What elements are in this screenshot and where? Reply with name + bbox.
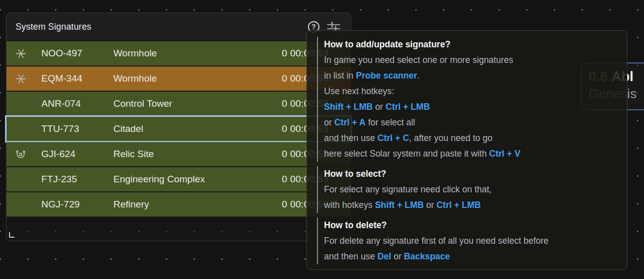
tooltip-section-title: How to delete? bbox=[324, 218, 617, 233]
hotkey-highlight: Shift + LMB bbox=[324, 102, 373, 112]
tooltip-line: with hotkeys Shift + LMB or Ctrl + LMB bbox=[324, 197, 617, 213]
tooltip-text: here select Solar system and paste it wi… bbox=[324, 149, 489, 159]
help-tooltip: How to add/update signature?In game you … bbox=[306, 30, 627, 270]
signature-id: GJI-624 bbox=[35, 149, 113, 160]
signature-id: EQM-344 bbox=[35, 73, 113, 84]
signature-type: Citadel bbox=[113, 123, 282, 134]
tooltip-text: , after you need to go bbox=[409, 133, 492, 143]
hotkey-highlight: Probe scanner bbox=[356, 71, 417, 81]
tooltip-text: or bbox=[324, 117, 334, 127]
tooltip-text: or bbox=[424, 200, 436, 210]
hotkey-highlight: Backspace bbox=[404, 251, 450, 261]
tooltip-text: for select all bbox=[366, 117, 415, 127]
signature-type: Engineering Complex bbox=[113, 174, 282, 185]
system-signatures-panel: System Signatures ? NOO-497Wormhole0 00:… bbox=[6, 13, 351, 241]
signature-row[interactable]: NGJ-729Refinery0 00:00:53 bbox=[7, 192, 351, 217]
signature-table: NOO-497Wormhole0 00:00:53 EQM-344Wormhol… bbox=[7, 41, 351, 217]
tooltip-text: For select any signature need click on t… bbox=[324, 184, 492, 194]
wormhole-icon bbox=[7, 73, 35, 85]
signature-type: Relic Site bbox=[113, 149, 282, 160]
hotkey-highlight: Ctrl + LMB bbox=[436, 200, 481, 210]
signature-id: NGJ-729 bbox=[35, 199, 113, 210]
tooltip-text: Use next hotkeys: bbox=[324, 86, 394, 96]
tooltip-section: How to add/update signature?In game you … bbox=[317, 37, 617, 162]
tooltip-text: and then use bbox=[324, 133, 377, 143]
hotkey-highlight: Del bbox=[377, 251, 391, 261]
tooltip-line: For delete any signature first of all yo… bbox=[324, 233, 617, 249]
signature-type: Refinery bbox=[113, 199, 282, 210]
map-canvas[interactable]: { "colors": { "background": "#131313", "… bbox=[0, 0, 644, 279]
tooltip-line: Use next hotkeys: bbox=[324, 84, 617, 99]
hotkey-highlight: Ctrl + V bbox=[489, 149, 521, 159]
signature-row[interactable]: EQM-344Wormhole0 00:00:53 bbox=[7, 66, 351, 91]
tooltip-line: Shift + LMB or Ctrl + LMB bbox=[324, 99, 617, 115]
tooltip-line: here select Solar system and paste it wi… bbox=[324, 146, 617, 162]
tooltip-line: and then use Ctrl + C, after you need to… bbox=[324, 130, 617, 146]
relic-icon bbox=[7, 148, 35, 160]
panel-header[interactable]: System Signatures ? bbox=[7, 13, 351, 40]
signature-row[interactable]: GJI-624Relic Site0 00:00:53 bbox=[7, 142, 351, 166]
tooltip-section: How to select?For select any signature n… bbox=[317, 166, 617, 213]
tooltip-text: or bbox=[391, 251, 404, 261]
signature-row[interactable]: NOO-497Wormhole0 00:00:53 bbox=[7, 41, 351, 65]
tooltip-text: In game you need select one or more sign… bbox=[324, 55, 513, 65]
signature-id: FTJ-235 bbox=[35, 174, 113, 185]
tooltip-section-title: How to add/update signature? bbox=[324, 37, 617, 52]
tooltip-text: in list in bbox=[324, 71, 356, 81]
tooltip-line: For select any signature need click on t… bbox=[324, 182, 617, 197]
hotkey-highlight: Ctrl + LMB bbox=[385, 102, 430, 112]
tooltip-section: How to delete?For delete any signature f… bbox=[317, 218, 617, 264]
signature-row[interactable]: TTU-773Citadel0 00:00:53 bbox=[7, 117, 351, 141]
hotkey-highlight: Ctrl + C bbox=[377, 133, 409, 143]
tooltip-text: and then use bbox=[324, 251, 377, 261]
resize-handle[interactable] bbox=[9, 232, 15, 238]
hotkey-highlight: Ctrl + A bbox=[334, 117, 365, 127]
hotkey-highlight: Shift + LMB bbox=[375, 200, 424, 210]
tooltip-line: In game you need select one or more sign… bbox=[324, 52, 617, 68]
wormhole-icon bbox=[7, 47, 35, 60]
tooltip-text: with hotkeys bbox=[324, 200, 375, 210]
tooltip-text: . bbox=[417, 71, 420, 81]
tooltip-text: For delete any signature first of all yo… bbox=[324, 236, 549, 246]
tooltip-section-title: How to select? bbox=[324, 166, 617, 182]
tooltip-line: and then use Del or Backspace bbox=[324, 249, 617, 264]
signature-type: Control Tower bbox=[113, 98, 282, 109]
signature-id: ANR-074 bbox=[35, 98, 113, 109]
panel-title: System Signatures bbox=[16, 22, 91, 32]
tooltip-line: or Ctrl + A for select all bbox=[324, 115, 617, 130]
signature-type: Wormhole bbox=[113, 48, 282, 59]
tooltip-line: in list in Probe scanner. bbox=[324, 68, 617, 84]
signature-id: NOO-497 bbox=[35, 48, 113, 59]
signature-row[interactable]: ANR-074Control Tower0 00:00:53 bbox=[7, 92, 351, 116]
signature-row[interactable]: FTJ-235Engineering Complex0 00:00:53 bbox=[7, 167, 351, 191]
signature-id: TTU-773 bbox=[35, 123, 113, 134]
tooltip-text: or bbox=[373, 102, 385, 112]
signature-type: Wormhole bbox=[113, 73, 282, 84]
